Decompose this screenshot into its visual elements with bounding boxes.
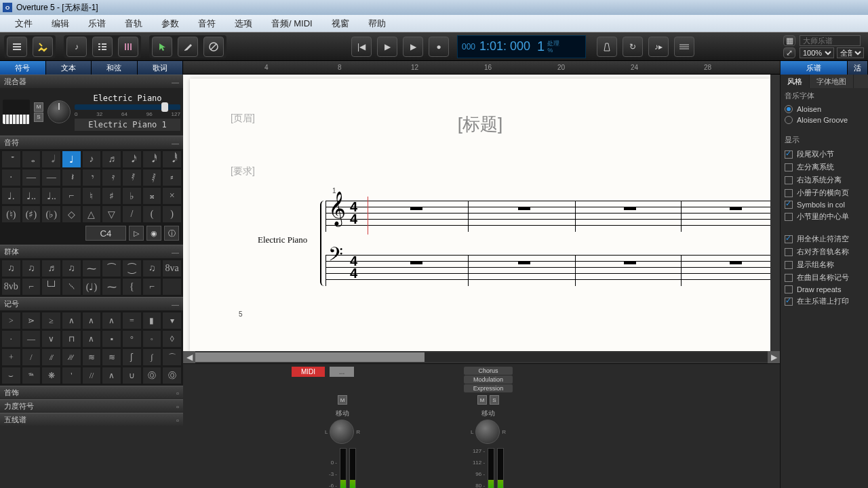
preset-name[interactable]: Electric Piano 1	[75, 119, 180, 131]
midi-tab2[interactable]: ...	[330, 367, 354, 377]
note-cell[interactable]: ♩..	[41, 187, 61, 205]
menu-help[interactable]: 帮助	[359, 18, 395, 30]
whole-rest[interactable]	[518, 261, 530, 264]
menu-params[interactable]: 参数	[152, 18, 189, 30]
volume-slider[interactable]	[75, 104, 180, 110]
play2-button[interactable]: ▶	[403, 37, 423, 57]
treble-staff[interactable]: 𝄞 44	[326, 201, 770, 232]
page-header-placeholder[interactable]: [页眉]	[231, 113, 255, 125]
group-cell[interactable]: └┘	[41, 278, 61, 296]
display-option[interactable]: 段尾双小节	[781, 148, 868, 161]
whole-rest[interactable]	[624, 261, 636, 264]
group-cell[interactable]: (♩)	[82, 278, 102, 296]
display-option[interactable]: Draw repeats	[781, 284, 868, 295]
group-cell[interactable]: 𝆲	[62, 278, 81, 296]
display-option[interactable]: 右对齐音轨名称	[781, 245, 868, 258]
note-cell[interactable]: /	[122, 205, 142, 223]
note-quarter[interactable]: ♩	[62, 150, 81, 168]
menu-audio-midi[interactable]: 音频/ MIDI	[262, 18, 322, 30]
mark-cell[interactable]: ⫽	[41, 348, 61, 366]
display-option[interactable]: 用全休止符清空	[781, 232, 868, 245]
notes-header[interactable]: 音符—	[0, 136, 183, 149]
mixer-header[interactable]: 混合器—	[0, 75, 183, 88]
library-search[interactable]	[800, 35, 861, 46]
group-cell[interactable]: ♬	[41, 260, 61, 277]
vertical-scrollbar[interactable]	[770, 75, 780, 351]
pan-knob[interactable]	[47, 100, 71, 123]
tab-symbols[interactable]: 符号	[0, 61, 46, 75]
group-cell[interactable]: ♫	[142, 260, 162, 277]
group-cell[interactable]: ⌐	[142, 278, 162, 296]
group-cell[interactable]: 8va	[162, 260, 182, 277]
mark-cell[interactable]: /	[22, 348, 41, 366]
mark-cell[interactable]: ∧	[102, 312, 121, 329]
mark-cell[interactable]: +	[1, 348, 21, 366]
note-cell[interactable]: ▽	[102, 205, 121, 223]
note-cell[interactable]: 𝅝	[22, 150, 41, 168]
score-area[interactable]: [页眉] [标题] [要求] Electric Piano 1 5 𝄞 44	[183, 75, 780, 351]
display-option[interactable]: Symbols in col	[781, 199, 868, 210]
panel-toggle-button[interactable]	[7, 37, 27, 57]
mark-cell[interactable]: ❋	[41, 367, 61, 384]
note-cell[interactable]: ♮	[82, 187, 102, 205]
effect-chorus[interactable]: Chorus	[464, 367, 513, 375]
loop-button[interactable]: ↻	[623, 37, 643, 57]
record-button[interactable]: ●	[429, 37, 449, 57]
snap-button[interactable]: ♪▸	[648, 37, 669, 57]
group-cell[interactable]: {	[122, 278, 142, 296]
note-cell[interactable]: 𝄿	[102, 169, 121, 186]
note-cell[interactable]: 𝅀	[122, 169, 142, 186]
zoom-button[interactable]: ⤢	[783, 47, 795, 58]
mark-cell[interactable]: ◦	[142, 330, 162, 348]
list-view-button[interactable]	[92, 37, 113, 57]
note-cell[interactable]: 𝄪	[142, 187, 162, 205]
note-cell[interactable]: ♩..	[22, 187, 41, 205]
mark-cell[interactable]: ≥	[41, 312, 61, 329]
mark-cell[interactable]: Ⓞ	[142, 367, 162, 384]
note-cell[interactable]: 𝅘𝅥𝅰	[142, 150, 162, 168]
mark-cell[interactable]: ∧	[62, 312, 81, 329]
display-option[interactable]: 在主乐谱上打印	[781, 295, 868, 308]
font-option[interactable]: Aloisen	[781, 104, 868, 115]
mark-cell[interactable]: ⫻	[62, 348, 81, 366]
menu-track[interactable]: 音轨	[115, 18, 152, 30]
note-cell[interactable]: (	[142, 205, 162, 223]
note-cell[interactable]: 𝅁	[142, 169, 162, 186]
display-option[interactable]: 小册子的横向页	[781, 186, 868, 199]
whole-rest[interactable]	[410, 207, 422, 210]
mark-cell[interactable]: °	[122, 330, 142, 348]
whole-rest[interactable]	[730, 207, 742, 210]
midi-mute2[interactable]: M	[477, 395, 487, 405]
marks-header[interactable]: 记号—	[0, 297, 183, 310]
note-cell[interactable]: ×	[162, 187, 182, 205]
mute-button[interactable]: M	[34, 102, 43, 112]
scroll-thumb[interactable]	[195, 352, 425, 362]
menu-window[interactable]: 视窗	[322, 18, 359, 30]
scroll-right-button[interactable]: ▶	[768, 351, 780, 363]
note-cell[interactable]: 𝄻	[1, 150, 21, 168]
menu-options[interactable]: 选项	[225, 18, 262, 30]
note-view-button[interactable]: ♪	[66, 37, 87, 57]
note-cell[interactable]: ◇	[62, 205, 81, 223]
font-option[interactable]: Aloisen Groove	[781, 115, 868, 125]
note-cell[interactable]: ⌐	[62, 187, 81, 205]
scroll-left-button[interactable]: ◀	[183, 351, 195, 363]
rtab-live[interactable]: 活	[848, 61, 868, 75]
time-counter[interactable]: 000 1:01: 000 1 处理%	[457, 35, 586, 58]
note-pitch-input[interactable]	[85, 226, 126, 241]
note-cell[interactable]: 𝅗𝅥	[41, 150, 61, 168]
time-signature[interactable]: 44	[350, 255, 357, 279]
note-cell[interactable]: —	[22, 169, 41, 186]
mark-cell[interactable]: =	[122, 312, 142, 329]
library-button[interactable]: ▦	[783, 35, 795, 46]
menu-edit[interactable]: 编辑	[42, 18, 79, 30]
bass-staff[interactable]: 𝄢 44	[326, 255, 770, 286]
mark-cell[interactable]: ∪	[122, 367, 142, 384]
note-cell[interactable]: ♭	[122, 187, 142, 205]
staves-header[interactable]: 五线谱▫	[0, 413, 183, 426]
pointer-tool[interactable]	[152, 37, 172, 57]
mark-cell[interactable]: '	[62, 367, 81, 384]
display-option[interactable]: 显示组名称	[781, 258, 868, 271]
note-cell[interactable]: △	[82, 205, 102, 223]
rtab-score[interactable]: 乐谱	[781, 61, 848, 75]
